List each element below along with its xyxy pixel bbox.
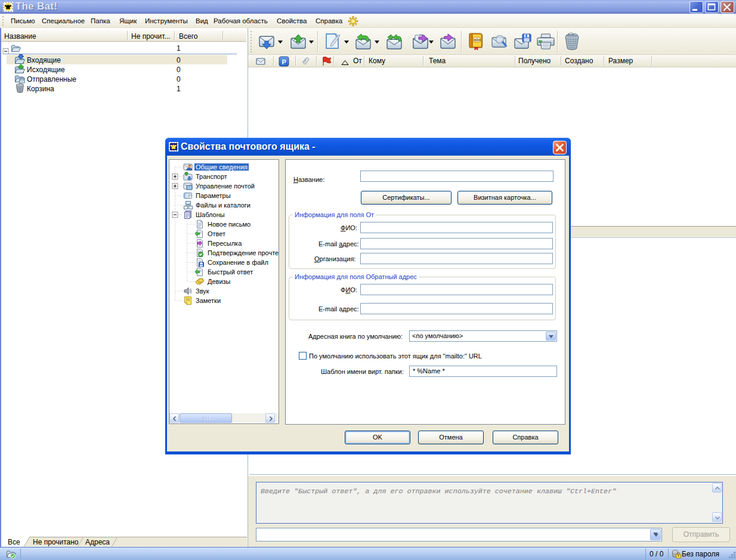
svg-text:P: P bbox=[282, 58, 286, 66]
svg-text:abc: abc bbox=[474, 38, 481, 42]
